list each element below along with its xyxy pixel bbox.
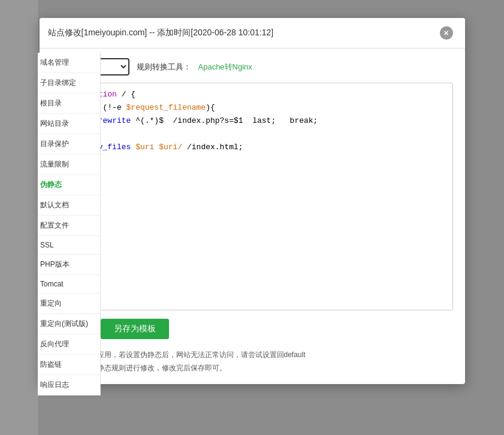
- code-line-5: try_files $uri $uri/ /index.html;: [80, 141, 446, 154]
- sidebar-item-reverseproxy[interactable]: 反向代理: [38, 334, 100, 355]
- sidebar-item-redirect-test[interactable]: 重定向(测试版): [38, 314, 100, 334]
- sidebar-item-ssl[interactable]: SSL: [38, 236, 100, 255]
- code-line-6: }: [80, 154, 446, 167]
- close-button[interactable]: ×: [440, 26, 453, 40]
- code-line-2: if (!-e $request_filename){: [80, 101, 446, 114]
- sidebar-item-php[interactable]: PHP版本: [38, 255, 100, 275]
- sidebar-item-sitedir[interactable]: 网站目录: [38, 114, 100, 134]
- sidebar-item-config[interactable]: 配置文件: [38, 216, 100, 236]
- code-line-1: location / {: [80, 88, 446, 101]
- sidebar-item-rootdir[interactable]: 根目录: [38, 93, 100, 114]
- convert-label: 规则转换工具：: [137, 62, 191, 72]
- tip-2: 您可以对伪静态规则进行修改，修改完后保存即可。: [61, 362, 453, 375]
- modal-body: 0.当前 规则转换工具： Apache转Nginx 1 2 3 4 5 6: [40, 49, 465, 384]
- sidebar-item-tomcat[interactable]: Tomcat: [38, 275, 100, 294]
- modal-dialog: 站点修改[1meiyoupin.com] -- 添加时间[2020-06-28 …: [40, 18, 465, 384]
- sidebar-item-log[interactable]: 响应日志: [38, 375, 100, 395]
- footer-buttons: 保存 另存为模板: [52, 319, 453, 339]
- modal-header: 站点修改[1meiyoupin.com] -- 添加时间[2020-06-28 …: [40, 18, 465, 49]
- modal-title: 站点修改[1meiyoupin.com] -- 添加时间[2020-06-28 …: [48, 28, 274, 38]
- sidebar-item-pseudostatic[interactable]: 伪静态: [38, 175, 100, 195]
- code-line-3: | rewrite ^(.*)$ /index.php?s=$1 last; b…: [80, 114, 446, 128]
- save-as-template-button[interactable]: 另存为模板: [101, 319, 169, 339]
- code-line-4: }: [80, 128, 446, 141]
- convert-link[interactable]: Apache转Nginx: [198, 62, 252, 72]
- code-area[interactable]: location / { if (!-e $request_filename){…: [74, 83, 452, 310]
- sidebar-item-domain[interactable]: 域名管理: [38, 53, 100, 73]
- sidebar-item-traffic[interactable]: 流量限制: [38, 155, 100, 175]
- tip-1: 请选择您的应用，若设置伪静态后，网站无法正常访问，请尝试设置回default: [61, 349, 453, 362]
- sidebar-item-dirprotect[interactable]: 目录保护: [38, 134, 100, 155]
- info-tips: 请选择您的应用，若设置伪静态后，网站无法正常访问，请尝试设置回default 您…: [52, 349, 453, 374]
- code-editor[interactable]: 1 2 3 4 5 6 location / { if (!-e $reques…: [52, 83, 453, 310]
- sidebar-item-defaultdoc[interactable]: 默认文档: [38, 195, 100, 216]
- sidebar-item-redirect[interactable]: 重定向: [38, 294, 100, 314]
- sidebar-item-hotlink[interactable]: 防盗链: [38, 355, 100, 375]
- sidebar-item-subdir[interactable]: 子目录绑定: [38, 73, 100, 93]
- toolbar-row: 0.当前 规则转换工具： Apache转Nginx: [52, 58, 453, 75]
